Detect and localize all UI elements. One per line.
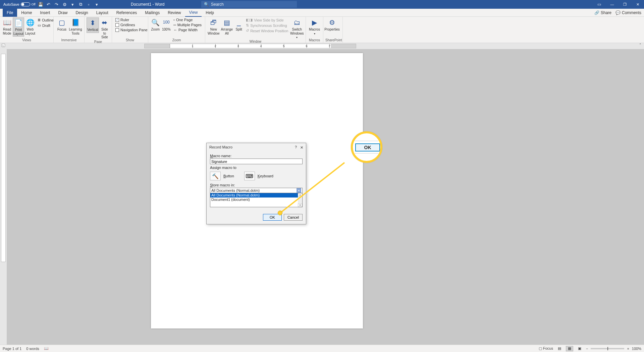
tab-insert[interactable]: Insert [36,9,54,17]
ruler-checkbox[interactable]: ✓Ruler [114,17,149,22]
document-canvas[interactable]: Record Macro ? × Macro name: Assign macr… [7,49,644,345]
zoom-out-button[interactable]: − [586,347,588,351]
properties-button[interactable]: ⚙Properties [325,17,339,32]
focus-button[interactable]: ▢Focus [56,17,68,32]
dialog-close-button[interactable]: × [300,144,303,150]
macros-button[interactable]: ▶Macros▾ [308,17,321,36]
outline-icon: ≣ [38,18,41,22]
zoom-level[interactable]: 100% [632,347,641,351]
side-by-side-icon: ◧◨ [246,18,253,22]
switch-windows-button[interactable]: 🗂Switch Windows▾ [290,17,304,40]
one-page-button[interactable]: ▫One Page [172,17,203,22]
autosave-toggle[interactable]: AutoSave Off [3,2,36,6]
web-layout-view-button[interactable]: ▣ [576,346,583,351]
vertical-ruler[interactable] [0,49,7,345]
one-page-icon: ▫ [173,18,175,22]
learning-tools-button[interactable]: 📘Learning Tools [69,17,82,36]
web-layout-button[interactable]: 🌐Web Layout [25,17,36,36]
print-layout-view-button[interactable]: ▦ [566,346,573,351]
qat-icon-2[interactable]: ▾ [70,1,76,7]
qat-icon-4[interactable]: ▫ [86,1,92,7]
draft-icon: ▭ [38,23,41,28]
horizontal-ruler[interactable]: 1234567 [144,44,356,48]
read-mode-icon: 📖 [2,18,12,27]
dialog-title: Record Macro [209,145,232,149]
vertical-button[interactable]: ⬍Vertical [87,17,99,33]
tab-review[interactable]: Review [164,9,185,17]
collapse-ribbon-button[interactable]: ˄ [639,43,641,47]
group-macros-title: Macros [308,38,321,42]
redo-icon[interactable]: ↷ [54,1,60,7]
checkbox-empty-icon [115,23,119,27]
assign-to-button[interactable]: 🔨 Button [210,172,234,180]
edit-area: Record Macro ? × Macro name: Assign macr… [0,49,644,345]
comments-button[interactable]: 💬 Comments [615,10,641,15]
web-layout-icon: 🌐 [25,18,35,27]
record-macro-dialog: Record Macro ? × Macro name: Assign macr… [206,143,306,224]
gridlines-checkbox[interactable]: Gridlines [114,23,149,27]
arrange-all-button[interactable]: ▤Arrange All [221,17,233,36]
cancel-button[interactable]: Cancel [284,214,303,221]
tab-help[interactable]: Help [202,9,218,17]
split-icon: ⎯ [234,18,244,27]
autosave-state: Off [32,3,36,6]
group-zoom: 🔍Zoom 100100% ▫One Page ▫▫Multiple Pages… [148,17,205,43]
search-placeholder: Search [211,2,224,7]
tab-file[interactable]: File [3,9,17,17]
autosave-switch-icon[interactable] [21,2,30,6]
read-mode-view-button[interactable]: ▤ [556,346,563,351]
list-item[interactable]: Document1 (document) [210,197,302,202]
undo-icon[interactable]: ↶ [46,1,52,7]
navigation-pane-checkbox[interactable]: Navigation Pane [114,28,149,32]
macro-name-input[interactable] [210,159,303,164]
store-macro-value: All Documents (Normal.dotm) [211,188,260,192]
outline-button[interactable]: ≣Outline [36,17,55,23]
tab-home[interactable]: Home [17,9,36,17]
maximize-button[interactable]: ❐ [619,0,631,9]
assign-to-keyboard[interactable]: ⌨ Keyboard [244,172,273,180]
print-layout-button[interactable]: 📄Print Layout [13,17,24,37]
properties-icon: ⚙ [327,18,337,27]
tab-layout[interactable]: Layout [92,9,112,17]
group-immersive: ▢Focus 📘Learning Tools Immersive [54,17,85,43]
qat-icon-3[interactable]: ⧉ [78,1,84,7]
zoom-button[interactable]: 🔍Zoom [150,17,161,32]
reset-window-icon: ↺ [246,29,249,33]
tab-references[interactable]: References [112,9,141,17]
status-bar: Page 1 of 1 0 words 📖 ▢ Focus ▤ ▦ ▣ − + … [0,345,644,352]
share-button[interactable]: 🔗 Share [594,10,611,15]
hundred-percent-button[interactable]: 100100% [161,17,172,32]
dialog-titlebar[interactable]: Record Macro ? × [207,143,306,151]
close-window-button[interactable]: ✕ [631,0,644,9]
search-box[interactable]: 🔍 Search [201,1,297,8]
list-item[interactable]: All Documents (Normal.dotm) [210,193,302,197]
minimize-button[interactable]: — [606,0,619,9]
save-icon[interactable]: 💾 [38,1,44,7]
side-to-side-button[interactable]: ⬌Side to Side [100,17,110,40]
dialog-help-button[interactable]: ? [295,145,297,149]
store-macro-dropdown[interactable]: All Documents (Normal.dotm) ▾ [210,188,303,193]
draft-button[interactable]: ▭Draft [36,23,55,28]
zoom-slider[interactable] [591,348,624,349]
read-mode-button[interactable]: 📖Read Mode [2,17,12,36]
tab-view[interactable]: View [185,9,202,17]
tab-design[interactable]: Design [71,9,92,17]
tab-selector[interactable]: L [2,44,5,47]
split-button[interactable]: ⎯Split [234,17,244,32]
tab-draw[interactable]: Draw [54,9,71,17]
new-window-button[interactable]: 🗗New Window [207,17,220,36]
qat-icon-1[interactable]: ⚙ [62,1,68,7]
ribbon-display-options-icon[interactable]: ▭ [594,1,604,8]
focus-mode-button[interactable]: ▢ Focus [539,346,553,351]
page-width-button[interactable]: ↔Page Width [172,28,203,32]
tab-mailings[interactable]: Mailings [141,9,164,17]
zoom-in-button[interactable]: + [627,347,629,351]
multiple-pages-button[interactable]: ▫▫Multiple Pages [172,23,203,27]
print-layout-icon: 📄 [14,18,23,27]
spell-check-icon[interactable]: 📖 [44,346,49,351]
page-indicator[interactable]: Page 1 of 1 [3,347,21,351]
word-count[interactable]: 0 words [26,347,39,351]
checkbox-checked-icon: ✓ [115,18,119,22]
qat-more-icon[interactable]: ▾ [94,1,100,7]
reset-window-position-button: ↺Reset Window Position [245,28,289,33]
